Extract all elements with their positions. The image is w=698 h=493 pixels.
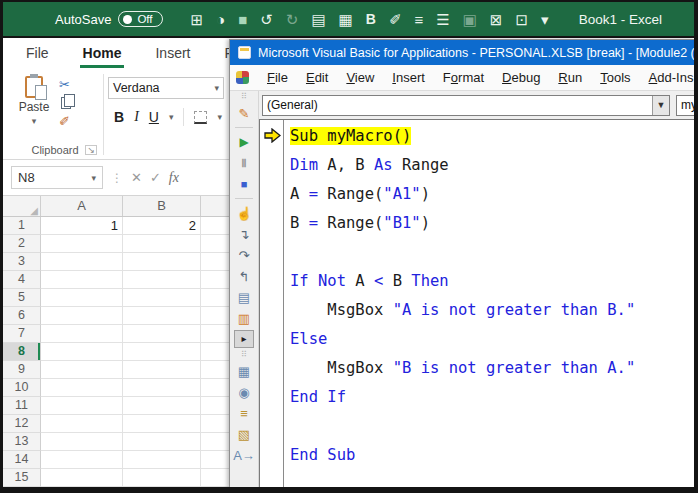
underline-chevron-icon[interactable]: ▾ xyxy=(169,112,174,122)
cell-a[interactable] xyxy=(41,379,123,397)
vba-toolbar-icon[interactable]: ▥ xyxy=(234,309,254,327)
cell-b[interactable] xyxy=(123,325,201,343)
row-header[interactable]: 8 xyxy=(3,343,41,361)
vba-menu-item[interactable]: Debug xyxy=(494,67,548,88)
bold-button[interactable]: B xyxy=(114,109,124,125)
code-line[interactable]: MsgBox "A is not greater than B." xyxy=(290,296,694,325)
row-header[interactable]: 14 xyxy=(3,451,41,469)
row-header[interactable]: 10 xyxy=(3,379,41,397)
row-header[interactable]: 12 xyxy=(3,415,41,433)
code-line[interactable]: MsgBox "B is not greater than A." xyxy=(290,354,694,383)
vba-menu-item[interactable]: Format xyxy=(435,67,492,88)
ribbon-tab[interactable]: Home xyxy=(68,40,137,68)
vba-toolbar-icon[interactable]: Ⅱ xyxy=(234,154,254,172)
vba-toolbar-icon[interactable]: ≡ xyxy=(234,404,254,422)
code-line[interactable] xyxy=(290,412,694,441)
ribbon-tab[interactable]: File xyxy=(11,40,64,68)
breakpoint-margin[interactable] xyxy=(260,120,284,487)
cell-b[interactable] xyxy=(123,433,201,451)
cell-a[interactable] xyxy=(41,433,123,451)
cell-a[interactable] xyxy=(41,397,123,415)
cell-a[interactable] xyxy=(41,307,123,325)
code-line[interactable]: Else xyxy=(290,325,694,354)
vba-toolbar-icon[interactable]: ▧ xyxy=(234,425,254,443)
vba-menu-item[interactable]: View xyxy=(338,67,382,88)
cell-b[interactable] xyxy=(123,289,201,307)
vba-toolbar-icon[interactable]: ⠿ xyxy=(234,93,254,101)
vba-toolbar-icon[interactable]: ▦ xyxy=(234,362,254,380)
cell-a[interactable] xyxy=(41,325,123,343)
vba-toolbar-icon[interactable] xyxy=(235,198,253,199)
cell-a[interactable] xyxy=(41,253,123,271)
cell-b[interactable] xyxy=(123,451,201,469)
format-painter-icon[interactable]: ✐ xyxy=(59,115,70,128)
code-line[interactable]: End If xyxy=(290,383,694,412)
row-header[interactable]: 15 xyxy=(3,469,41,487)
cell-a[interactable] xyxy=(41,235,123,253)
cell-b[interactable] xyxy=(123,379,201,397)
vba-toolbar-icon[interactable]: ☝ xyxy=(234,204,254,222)
qat-icon[interactable]: B xyxy=(366,12,376,26)
borders-button-icon[interactable] xyxy=(194,111,207,124)
enter-icon[interactable]: ✓ xyxy=(150,170,161,185)
code-line[interactable]: End Sub xyxy=(290,441,694,470)
cell-a[interactable] xyxy=(41,451,123,469)
vba-toolbar-icon[interactable]: ■ xyxy=(234,175,254,193)
cell-a[interactable] xyxy=(41,289,123,307)
qat-icon[interactable]: ↺ xyxy=(260,12,273,27)
row-header[interactable]: 2 xyxy=(3,235,41,253)
select-all-corner[interactable] xyxy=(3,196,41,216)
module-window-icon[interactable] xyxy=(236,71,249,84)
row-header[interactable]: 6 xyxy=(3,307,41,325)
code-line[interactable]: If Not A < B Then xyxy=(290,267,694,296)
code-line[interactable]: A = Range("A1") xyxy=(290,180,694,209)
vba-toolbar-icon[interactable]: ▶ xyxy=(234,133,254,151)
vba-toolbar-icon[interactable]: ▤ xyxy=(234,288,254,306)
row-header[interactable]: 5 xyxy=(3,289,41,307)
qat-icon[interactable]: ☰ xyxy=(436,12,449,27)
vba-titlebar[interactable]: Microsoft Visual Basic for Applications … xyxy=(230,40,694,65)
cell-b[interactable] xyxy=(123,271,201,289)
cell-a[interactable] xyxy=(41,343,123,361)
cut-icon[interactable]: ✂ xyxy=(59,78,70,91)
qat-icon[interactable]: ≡ xyxy=(414,12,423,27)
qat-icon[interactable]: ▣ xyxy=(463,12,477,27)
cell-b[interactable] xyxy=(123,397,201,415)
paste-button[interactable]: Paste ▾ xyxy=(11,72,57,128)
vba-toolbar-icon[interactable]: ▸ xyxy=(234,330,254,348)
cell-b[interactable] xyxy=(123,361,201,379)
vba-toolbar-icon[interactable]: ⠿ xyxy=(234,351,254,359)
italic-button[interactable]: I xyxy=(134,109,139,125)
borders-chevron-icon[interactable]: ▾ xyxy=(217,112,222,122)
autosave-toggle[interactable]: AutoSave Off xyxy=(55,11,163,27)
qat-icon[interactable]: ⊠ xyxy=(490,12,503,27)
vba-toolbar-icon[interactable]: ↰ xyxy=(234,267,254,285)
insert-function-icon[interactable]: fx xyxy=(169,170,179,186)
column-header[interactable]: A xyxy=(41,196,123,216)
cell-b[interactable] xyxy=(123,469,201,487)
qat-icon[interactable]: ↻ xyxy=(286,12,299,27)
row-header[interactable]: 7 xyxy=(3,325,41,343)
row-header[interactable]: 4 xyxy=(3,271,41,289)
vba-menu-item[interactable]: Run xyxy=(550,67,590,88)
qat-icon[interactable]: ■ xyxy=(238,12,247,27)
object-dropdown-arrow-icon[interactable]: ▼ xyxy=(652,96,669,115)
row-header[interactable]: 11 xyxy=(3,397,41,415)
cell-b[interactable]: 2 xyxy=(123,217,201,235)
vba-menu-item[interactable]: Insert xyxy=(384,67,433,88)
copy-icon[interactable] xyxy=(61,97,71,109)
qat-icon[interactable]: ⊡ xyxy=(515,12,528,27)
cell-b[interactable] xyxy=(123,343,201,361)
cell-a[interactable]: 1 xyxy=(41,217,123,235)
vba-menu-item[interactable]: Add-Ins xyxy=(641,67,694,88)
vba-toolbar-icon[interactable]: ↴ xyxy=(234,225,254,243)
qat-icon[interactable]: ▾ xyxy=(541,12,549,27)
cell-b[interactable] xyxy=(123,235,201,253)
ribbon-tab[interactable]: Insert xyxy=(140,40,205,68)
column-header[interactable]: B xyxy=(123,196,201,216)
vba-menu-item[interactable]: Tools xyxy=(592,67,638,88)
cell-a[interactable] xyxy=(41,469,123,487)
vba-menu-item[interactable]: Edit xyxy=(298,67,336,88)
cancel-icon[interactable]: ✕ xyxy=(131,170,142,185)
code-line[interactable]: Sub myMacro() xyxy=(290,122,694,151)
